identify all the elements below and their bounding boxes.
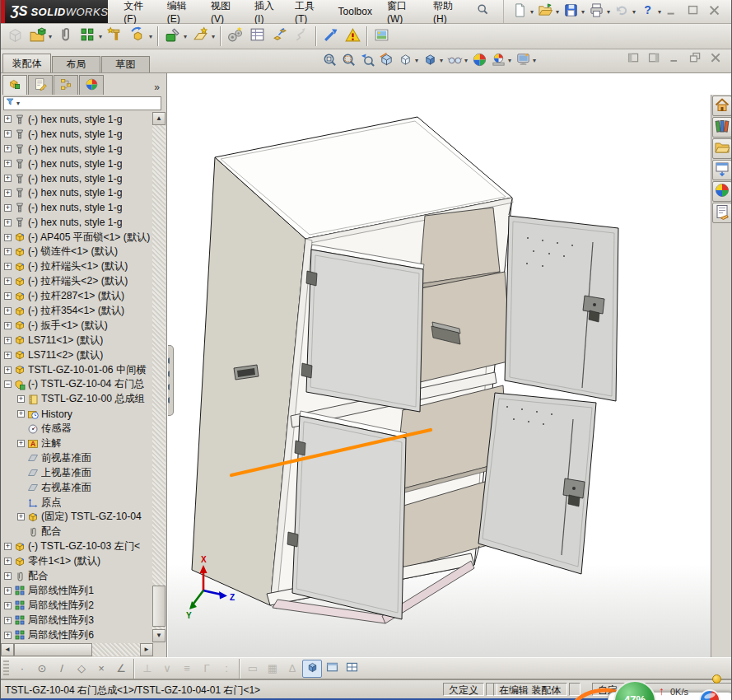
tree-item[interactable]: +右视基准面 (1, 480, 154, 495)
menu-1[interactable]: 编辑(E) (160, 0, 203, 23)
hinge-upper-left-1[interactable] (306, 271, 317, 286)
menu-0[interactable]: 文件(F) (116, 0, 160, 23)
help-button[interactable]: ? (638, 2, 658, 21)
tree-expander[interactable]: + (4, 130, 12, 138)
tab-布局[interactable]: 布局 (52, 56, 100, 72)
tree-expander[interactable]: + (4, 248, 12, 255)
tree-expander[interactable]: + (4, 572, 12, 580)
tree-item[interactable]: +局部线性阵列1 (1, 584, 154, 599)
menu-2[interactable]: 视图(V) (203, 0, 247, 23)
edit-appearance-button[interactable] (470, 51, 489, 70)
linear-component-pattern-button[interactable] (77, 26, 99, 48)
tree-expander[interactable]: + (4, 307, 12, 315)
menu-4[interactable]: 工具(T) (287, 0, 331, 23)
open-button[interactable] (536, 2, 556, 21)
tree-item[interactable]: +(-) 锁连件<1> (默认) (1, 245, 154, 259)
dropdown-arrow[interactable]: ▾ (99, 33, 102, 40)
exploded-view-button[interactable] (268, 26, 291, 48)
hinge-lower-left-2[interactable] (287, 532, 298, 547)
tree-expander[interactable]: + (4, 160, 12, 167)
viewport-split-button[interactable] (342, 660, 361, 678)
door-upper-left[interactable] (306, 250, 423, 412)
move-component-button[interactable] (127, 26, 149, 48)
view-orientation-button[interactable] (396, 51, 415, 70)
tree-expander[interactable]: + (4, 632, 12, 639)
shelf-top[interactable] (419, 208, 500, 284)
tab-装配体[interactable]: 装配体 (2, 54, 51, 72)
tree-expander[interactable]: + (17, 395, 25, 403)
tree-expander[interactable]: + (4, 366, 12, 374)
insert-component-button[interactable] (4, 26, 26, 48)
tree-item[interactable]: +(-) hex nuts, style 1-g (1, 142, 154, 156)
tree-item[interactable]: +(固定) TSTL-GZ-10-04 (1, 510, 154, 525)
zoom-to-area-button[interactable] (339, 51, 358, 70)
viewport-single-button[interactable] (322, 660, 342, 678)
tree-expander[interactable]: − (4, 380, 12, 388)
relation-points-button[interactable]: : (217, 660, 236, 678)
photoview-button[interactable] (371, 26, 393, 48)
save-button[interactable] (562, 2, 581, 21)
panel-tab-feature-manager[interactable] (2, 75, 27, 95)
hinge-lower-left-1[interactable] (295, 441, 305, 455)
display-style-button[interactable] (421, 51, 440, 70)
undo-button[interactable] (613, 2, 632, 21)
instant3d-button[interactable] (319, 26, 342, 48)
tree-item[interactable]: +局部线性阵列3 (1, 613, 154, 628)
scroll-up-button[interactable]: ▲ (152, 112, 166, 125)
dropdown-arrow[interactable]: ▾ (556, 8, 559, 16)
tree-item[interactable]: +TSTL-GZ-10-00 总成组 (1, 392, 154, 407)
tree-expander[interactable]: + (4, 219, 12, 226)
window-maximize-button[interactable] (685, 4, 702, 19)
relation-intersect-button[interactable]: ∨ (157, 660, 177, 678)
search-icon[interactable] (473, 0, 492, 18)
scroll-down-button[interactable]: ▼ (152, 629, 166, 642)
angle-snap-button[interactable]: ∆ (282, 660, 302, 678)
relation-perpendicular-button[interactable]: ⊥ (138, 660, 157, 678)
hide-show-items-button[interactable] (445, 51, 464, 70)
panel-tabs-chevron[interactable]: » (154, 82, 165, 95)
task-pane-home-button[interactable] (712, 96, 732, 116)
window-minimize-button[interactable] (664, 4, 680, 19)
scroll-left-button[interactable]: ◄ (1, 643, 14, 656)
filter-icon[interactable] (6, 97, 16, 110)
tree-item[interactable]: +(-) TSTL-GZ-10-03 左门< (1, 539, 154, 554)
cabinet-model[interactable]: X Z Y (168, 73, 732, 657)
task-pane-view-palette-button[interactable] (712, 160, 732, 180)
doc-minimize-button[interactable] (667, 53, 682, 66)
tree-item[interactable]: +LS711<2> (默认) (1, 348, 154, 362)
menu-3[interactable]: 插入(I) (247, 0, 287, 23)
zoom-to-fit-button[interactable] (320, 51, 339, 70)
tree-item[interactable]: +(-) hex nuts, style 1-g (1, 127, 154, 142)
tree-item[interactable]: +(-) 拉杆354<1> (默认) (1, 304, 154, 319)
dropdown-arrow[interactable]: ▾ (533, 57, 536, 64)
insert-components-button[interactable] (26, 26, 49, 48)
tree-expander[interactable]: + (4, 278, 12, 285)
tree-item[interactable]: +配合 (1, 569, 154, 584)
dropdown-arrow[interactable]: ▾ (415, 57, 418, 64)
tree-expander[interactable]: + (4, 602, 12, 609)
panel-tab-configuration-manager[interactable] (54, 75, 78, 95)
tree-expander[interactable]: + (4, 352, 12, 359)
assembly-features-button[interactable] (161, 26, 184, 48)
previous-view-button[interactable] (358, 51, 377, 70)
window-close-button[interactable] (706, 4, 723, 19)
smart-fasteners-button[interactable] (105, 26, 127, 48)
doc-pane-right-button[interactable] (646, 53, 661, 66)
tree-item[interactable]: +(-) 扳手<1> (默认) (1, 318, 154, 333)
toolbar-grip[interactable] (3, 660, 9, 677)
shaded-view-button[interactable] (302, 660, 322, 678)
tree-item[interactable]: +(-) hex nuts, style 1-g (1, 200, 154, 215)
dropdown-arrow[interactable]: ▾ (632, 8, 636, 16)
dropdown-arrow[interactable]: ▾ (49, 33, 52, 40)
tree-item[interactable]: +零件1<1> (默认) (1, 554, 154, 569)
tree-expander[interactable]: + (4, 587, 12, 595)
explode-line-sketch-button[interactable] (291, 26, 313, 48)
dropdown-arrow[interactable]: ▾ (149, 33, 152, 40)
tree-expander[interactable]: + (4, 543, 12, 550)
tree-expander[interactable]: + (4, 263, 12, 270)
new-button[interactable] (511, 2, 530, 21)
tree-expander[interactable]: + (4, 115, 12, 123)
grid-button[interactable]: ▦ (263, 660, 282, 678)
tree-expander[interactable]: + (17, 440, 25, 447)
tree-item[interactable]: +(-) hex nuts, style 1-g (1, 171, 154, 186)
